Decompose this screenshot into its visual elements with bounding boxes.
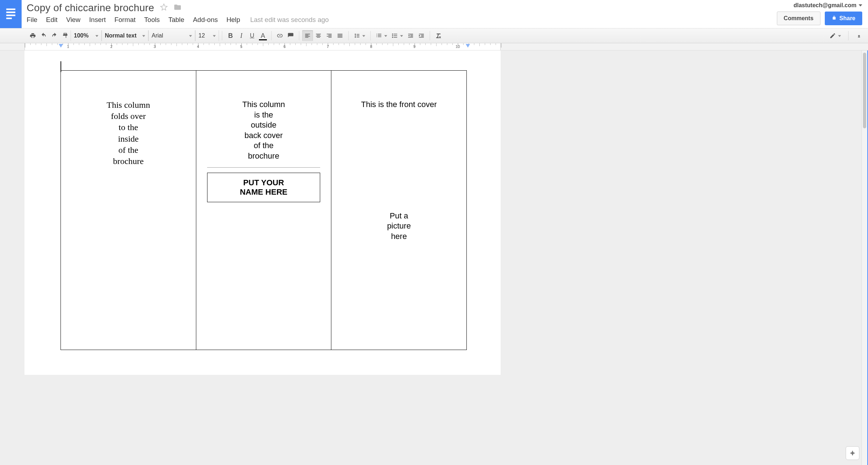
page[interactable]: This column folds over to the inside of … [24, 50, 501, 375]
align-justify-button[interactable] [335, 30, 345, 41]
bold-button[interactable]: B [225, 30, 236, 41]
svg-rect-1 [6, 12, 15, 13]
ruler-label: 1 [67, 44, 69, 49]
menu-tools[interactable]: Tools [144, 16, 160, 24]
brochure-table[interactable]: This column folds over to the inside of … [61, 70, 467, 350]
editing-mode-button[interactable] [827, 30, 843, 41]
menu-view[interactable]: View [66, 16, 81, 24]
picture-placeholder-text: Put a picture here [339, 211, 459, 242]
share-label: Share [840, 15, 855, 22]
paragraph-style-value: Normal text [105, 32, 137, 39]
paint-format-button[interactable] [60, 30, 71, 41]
document-canvas[interactable]: This column folds over to the inside of … [0, 50, 868, 465]
chevron-down-icon [859, 2, 862, 9]
align-center-button[interactable] [313, 30, 324, 41]
svg-rect-0 [6, 9, 15, 10]
svg-point-5 [392, 35, 393, 36]
chevron-down-icon [189, 32, 192, 39]
menu-format[interactable]: Format [115, 16, 136, 24]
left-indent-marker[interactable] [59, 44, 63, 48]
font-size-combo[interactable]: 12 [195, 30, 219, 41]
svg-point-4 [392, 34, 393, 35]
redo-button[interactable] [49, 30, 60, 41]
text-color-button[interactable]: A [258, 30, 268, 41]
insert-comment-button[interactable] [285, 30, 296, 41]
underline-button[interactable]: U [247, 30, 258, 41]
decrease-indent-button[interactable] [405, 30, 416, 41]
share-button[interactable]: Share [825, 12, 862, 25]
ruler-label: 10 [456, 44, 460, 49]
col2-text: This column is the outside back cover of… [203, 99, 324, 161]
chevron-down-icon [95, 32, 98, 39]
scrollbar-thumb[interactable] [863, 53, 866, 128]
ruler-label: 8 [370, 44, 372, 49]
menu-addons[interactable]: Add-ons [193, 16, 218, 24]
last-edit-text: Last edit was seconds ago [250, 16, 329, 24]
ruler-label: 4 [197, 44, 199, 49]
chevron-down-icon [213, 32, 216, 39]
ruler-label: 5 [240, 44, 242, 49]
chevron-down-icon [142, 32, 145, 39]
docs-app-icon [5, 6, 17, 22]
numbered-list-button[interactable] [373, 30, 389, 41]
account-menu[interactable]: dlastutech@gmail.com [793, 2, 862, 9]
increase-indent-button[interactable] [416, 30, 427, 41]
svg-point-6 [392, 37, 393, 38]
explore-icon [849, 450, 856, 456]
clear-formatting-button[interactable] [433, 30, 444, 41]
align-left-button[interactable] [302, 30, 313, 41]
insert-link-button[interactable] [274, 30, 285, 41]
menu-table[interactable]: Table [169, 16, 184, 24]
toolbar: 100% Normal text Arial 12 B I U A [0, 28, 868, 43]
move-to-folder-icon[interactable] [174, 3, 182, 13]
name-placeholder-box[interactable]: PUT YOUR NAME HERE [207, 173, 321, 202]
font-size-value: 12 [198, 32, 205, 39]
paragraph-style-combo[interactable]: Normal text [102, 30, 148, 41]
table-row: This column folds over to the inside of … [61, 71, 467, 350]
ruler-label: 2 [110, 44, 112, 49]
lock-icon [832, 15, 837, 22]
horizontal-ruler[interactable]: 12345678910 [0, 43, 868, 50]
menu-help[interactable]: Help [227, 16, 240, 24]
brochure-col-1[interactable]: This column folds over to the inside of … [61, 71, 196, 350]
font-family-combo[interactable]: Arial [148, 30, 195, 41]
brochure-col-2[interactable]: This column is the outside back cover of… [196, 71, 331, 350]
font-family-value: Arial [152, 32, 163, 39]
undo-button[interactable] [38, 30, 49, 41]
ruler-label: 9 [413, 44, 416, 49]
col1-text: This column folds over to the inside of … [68, 99, 189, 167]
menu-edit[interactable]: Edit [46, 16, 58, 24]
print-button[interactable] [27, 30, 38, 41]
zoom-combo[interactable]: 100% [71, 30, 102, 41]
brochure-col-3[interactable]: This is the front cover Put a picture he… [331, 71, 467, 350]
bulleted-list-button[interactable] [389, 30, 405, 41]
star-icon[interactable] [160, 3, 168, 13]
svg-rect-3 [6, 18, 12, 19]
menu-bar: File Edit View Insert Format Tools Table… [27, 16, 868, 24]
ruler-label: 7 [327, 44, 329, 49]
chevron-down-icon [384, 32, 387, 39]
front-cover-text: This is the front cover [339, 99, 459, 110]
menu-insert[interactable]: Insert [89, 16, 106, 24]
explore-button[interactable] [846, 446, 859, 460]
italic-button[interactable]: I [236, 30, 247, 41]
divider [207, 167, 321, 168]
ruler-label: 3 [153, 44, 156, 49]
vertical-scrollbar[interactable] [862, 50, 868, 465]
comments-button[interactable]: Comments [777, 12, 820, 25]
zoom-value: 100% [74, 32, 89, 39]
app-home-button[interactable] [0, 0, 22, 28]
chevron-down-icon [362, 32, 365, 39]
ruler-label: 6 [283, 44, 286, 49]
align-right-button[interactable] [324, 30, 335, 41]
account-email: dlastutech@gmail.com [793, 2, 856, 9]
menu-file[interactable]: File [27, 16, 37, 24]
line-spacing-button[interactable] [352, 30, 367, 41]
doc-title[interactable]: Copy of chiccarine brochure [27, 2, 154, 14]
svg-rect-2 [6, 14, 15, 16]
hide-menus-button[interactable] [854, 30, 864, 41]
chevron-down-icon [400, 32, 403, 39]
right-indent-marker[interactable] [466, 44, 470, 48]
chevron-down-icon [838, 32, 841, 39]
comments-label: Comments [784, 15, 814, 22]
